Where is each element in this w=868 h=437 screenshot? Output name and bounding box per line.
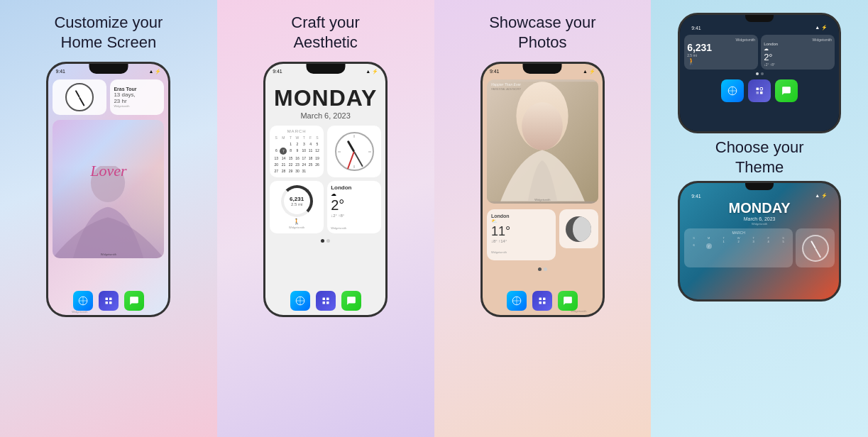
phone-mockup-1: 9:41 ▲ ⚡ Widgetsmith Eras Tour 13 days, …	[46, 62, 170, 317]
weather-icon-2: ☁	[331, 191, 378, 197]
weather-widget-3: London ⛅ 11° ↓8° ↑14° Widgetsmith	[487, 209, 556, 260]
steps-dist: 2.5 mi	[291, 202, 302, 206]
messages-icon-1[interactable]	[124, 291, 144, 311]
messages-icon-3[interactable]	[558, 291, 578, 311]
cal-d2: 2	[295, 141, 300, 147]
svg-rect-31	[760, 92, 763, 94]
cal-d31: 31	[301, 168, 307, 174]
bottom-icons-2	[265, 291, 385, 311]
cal-d23: 23	[295, 162, 300, 167]
widgetsmith-label-album: Widgetsmith	[53, 253, 164, 256]
phone-screen-2: 9:41 ▲ ⚡ MONDAY March 6, 2023 MARCH S M …	[265, 64, 385, 315]
safari-icon-2[interactable]	[290, 291, 310, 311]
p3-weather-icon: ⛅	[491, 218, 551, 224]
widgets-grid-2: MARCH S M T W T F S 1 2 3 4	[265, 123, 385, 236]
p3-weather-temp: 11°	[491, 224, 551, 239]
cal-d15: 15	[287, 155, 293, 161]
cal-d19: 19	[314, 155, 320, 161]
dot-inactive	[326, 239, 330, 243]
phone-notch-2	[306, 64, 345, 74]
tick-12	[354, 135, 355, 138]
steps-number: 6,231	[290, 196, 304, 202]
phone-notch-3	[523, 64, 562, 74]
dot-inactive-4a	[761, 72, 764, 75]
svg-rect-30	[757, 92, 759, 94]
widget-icon-3[interactable]	[532, 291, 552, 311]
p3-weather-range: ↓8° ↑14°	[491, 239, 551, 243]
svg-rect-6	[105, 302, 108, 304]
svg-rect-5	[109, 298, 112, 301]
status-icons-1: ▲ ⚡	[149, 69, 162, 74]
countdown-hours: 23 hr	[114, 98, 160, 104]
widget-icon-1[interactable]	[99, 291, 119, 311]
cal-d0	[273, 141, 279, 147]
messages-icon-2[interactable]	[341, 291, 361, 311]
status-time-4a: 9:41	[691, 26, 701, 31]
p4b-today: 7	[706, 243, 712, 249]
cal-d29: 29	[287, 168, 293, 174]
bottom-icons-1	[48, 291, 168, 311]
safari-icon-4a[interactable]	[721, 79, 744, 102]
status-time-1: 9:41	[55, 69, 65, 74]
p4a-steps-num: 6,231	[687, 42, 755, 53]
cal-d30: 30	[295, 168, 300, 174]
cal-d4: 4	[307, 141, 313, 147]
countdown-widget: Eras Tour 13 days, 23 hr Widgetsmith	[110, 79, 164, 115]
page-dots-4a	[684, 72, 835, 75]
p4b-d3: 3	[746, 240, 761, 243]
cal-header-S1: S	[273, 135, 279, 140]
cal-d26: 26	[314, 162, 320, 167]
clock-min-hand-2	[353, 151, 363, 167]
p4a-app-icons	[684, 79, 835, 102]
svg-rect-13	[322, 302, 325, 304]
panel-theme: 9:41 ▲ ⚡ Widgetsmith 6,231 2.5 mi 🚶 Widg…	[651, 0, 868, 437]
p4b-cal-grid: S M T W T F S 1 2 3 4 5 6	[686, 236, 791, 249]
cal-d0b	[280, 141, 287, 147]
dot-active-4a	[756, 72, 759, 75]
cal-d20: 20	[273, 162, 279, 167]
svg-rect-11	[322, 298, 325, 301]
p4a-steps-widget: Widgetsmith 6,231 2.5 mi 🚶	[684, 35, 758, 70]
svg-point-17	[522, 102, 563, 150]
advisory-label: PARENTAL ADVISORY	[491, 87, 521, 91]
messages-icon-4a[interactable]	[775, 79, 798, 102]
cal-header-S2: S	[314, 135, 320, 140]
status-time-4b: 9:41	[691, 194, 701, 199]
cal-header-W: W	[295, 135, 300, 140]
panel-1-title: Customize your Home Screen	[54, 13, 163, 52]
phone-mockup-4b: 9:41 ▲ ⚡ MONDAY March 6, 2023 Widgetsmit…	[678, 181, 841, 302]
cal-d3: 3	[301, 141, 307, 147]
p4b-bottom-widgets: MARCH S M T W T F S 1 2 3 4	[684, 228, 835, 267]
cal-header-F: F	[307, 135, 313, 140]
countdown-days: 13 days,	[114, 92, 160, 98]
cal-d18: 18	[307, 155, 313, 161]
cal-d28: 28	[280, 168, 287, 174]
steps-ring: 6,231 2.5 mi	[281, 185, 313, 217]
cal-d11: 11	[307, 148, 313, 155]
svg-rect-4	[105, 298, 108, 301]
p4b-d1: 1	[716, 240, 731, 243]
weather-widget-2: London ☁ 2° ↓2° ↑8° Widgetsmith	[327, 181, 381, 233]
safari-icon-3[interactable]	[507, 291, 527, 311]
weather-temp-2: 2°	[331, 197, 378, 214]
svg-rect-12	[326, 298, 329, 301]
p4b-clock-widget	[796, 228, 835, 267]
cal-d25: 25	[307, 162, 313, 167]
clock-face-2	[335, 132, 374, 171]
cal-header-T2: T	[301, 135, 307, 140]
widgetsmith-label-steps: Widgetsmith	[289, 226, 304, 229]
p4b-d4: 4	[761, 240, 776, 243]
tick-3	[368, 151, 371, 152]
phone-mockup-2: 9:41 ▲ ⚡ MONDAY March 6, 2023 MARCH S M …	[263, 62, 388, 317]
safari-icon-1[interactable]	[73, 291, 93, 311]
svg-rect-28	[757, 88, 759, 91]
album-title-label: Happier Than Ever PARENTAL ADVISORY	[491, 82, 521, 91]
phone-mockup-3: 9:41 ▲ ⚡	[480, 62, 605, 317]
widget-icon-4a[interactable]	[748, 79, 771, 102]
calendar-widget-2: MARCH S M T W T F S 1 2 3 4	[270, 126, 324, 177]
clock-face-1	[65, 83, 94, 111]
svg-rect-24	[543, 302, 546, 304]
cal-d24: 24	[301, 162, 307, 167]
moon-shape	[566, 216, 591, 242]
widget-icon-2[interactable]	[316, 291, 336, 311]
